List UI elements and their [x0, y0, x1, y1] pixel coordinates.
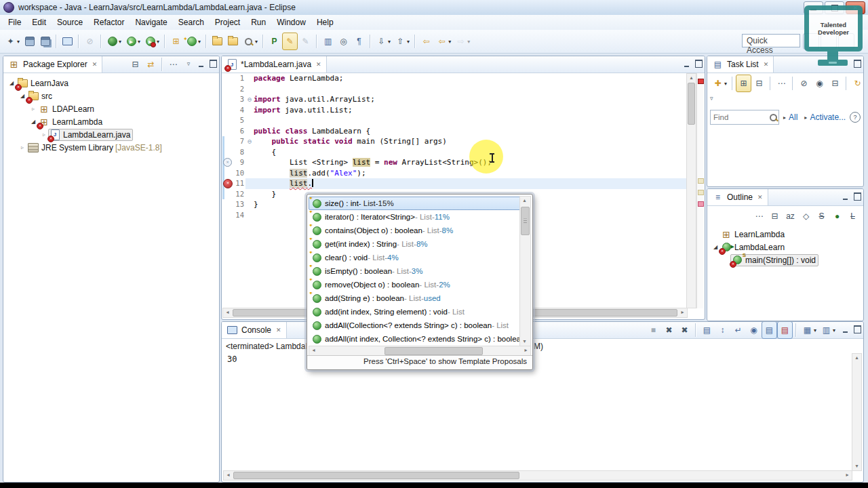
completion-item[interactable]: addAll(int index, Collection<? extends S…	[309, 332, 531, 346]
dropdown-icon[interactable]: ▾	[255, 39, 258, 45]
word-wrap-button[interactable]: ↵	[730, 321, 746, 339]
hide-completed-button[interactable]: ⊘	[796, 75, 812, 92]
dropdown-icon[interactable]: ▾	[467, 39, 470, 45]
package-explorer-item[interactable]: ◢⊞✕LearnLambda	[3, 115, 219, 128]
save-button[interactable]	[22, 33, 37, 50]
package-explorer-item[interactable]: ▹J✕LambdaLearn.java	[3, 128, 219, 141]
dropdown-icon[interactable]: ▾	[17, 39, 20, 45]
outline-tab[interactable]: ≡ Outline ✕	[707, 189, 768, 205]
scroll-up-icon[interactable]: ▴	[687, 74, 696, 82]
menu-edit[interactable]: Edit	[26, 16, 52, 28]
outline-item[interactable]: S✕main(String[]) : void	[707, 253, 863, 266]
package-explorer-item[interactable]: ▹JRE System Library[JavaSE-1.8]	[3, 141, 219, 154]
editor-tab[interactable]: J✕ *LambdaLearn.java ✕	[222, 56, 327, 73]
completion-item[interactable]: ✦add(String e) : boolean - List - used	[309, 291, 531, 305]
collapse-icon[interactable]: ◢	[18, 93, 26, 99]
clear-console-button[interactable]: ▤	[699, 321, 715, 339]
maximize-view-button[interactable]	[851, 322, 863, 337]
code-line[interactable]: ✕9 List <String> list = new ArrayList<St…	[222, 157, 688, 168]
new-wizard-button[interactable]: ✦▾	[3, 33, 22, 50]
problem-marker-icon[interactable]: ✕	[223, 158, 232, 167]
console-output[interactable]: 30	[227, 354, 237, 364]
open-console-view-button[interactable]	[60, 33, 75, 50]
hide-fields-button[interactable]: ◇	[798, 207, 814, 225]
focus-button[interactable]: ⋯	[751, 207, 767, 225]
remove-launch-button[interactable]: ✖	[661, 321, 677, 339]
menu-run[interactable]: Run	[245, 16, 271, 28]
collapse-all-button[interactable]: ⊟	[127, 56, 143, 73]
focus-button[interactable]: ⋯	[165, 56, 181, 73]
mark-occurrences-button[interactable]: ✎	[282, 33, 298, 50]
code-line[interactable]: 1package LearnLambda;	[222, 73, 688, 84]
scroll-down-icon[interactable]: ▾	[520, 338, 529, 346]
external-tools-button[interactable]: P	[267, 33, 282, 50]
save-all-button[interactable]	[37, 33, 53, 50]
scroll-left-icon[interactable]: ◂	[224, 471, 233, 479]
package-explorer-item[interactable]: ◢✕LearnJava	[3, 77, 219, 89]
code-line[interactable]: 2	[222, 84, 688, 95]
console-vscrollbar[interactable]: ▴ ▾	[852, 353, 862, 471]
scroll-lock-button[interactable]: ↕	[715, 321, 730, 339]
dropdown-icon[interactable]: ▾	[138, 39, 140, 45]
quick-access-input[interactable]: Quick Access	[742, 34, 800, 47]
pin-console-button[interactable]: ◉	[746, 321, 762, 339]
package-explorer-item[interactable]: ▹⊞LDAPLearn	[3, 102, 219, 115]
code-line[interactable]: 3⊖import java.util.ArrayList;	[222, 94, 688, 105]
scheduled-button[interactable]: ⊟	[751, 75, 767, 92]
previous-annotation-button[interactable]: ⇧▾	[393, 33, 412, 50]
editor-vscrollbar[interactable]: ▴	[686, 73, 696, 308]
next-annotation-button[interactable]: ⇩▾	[374, 33, 393, 50]
completion-item[interactable]: addAll(Collection<? extends String> c) :…	[309, 319, 531, 332]
dropdown-icon[interactable]: ▾	[833, 327, 835, 333]
synchronize-button[interactable]: ↻	[850, 75, 864, 92]
completion-item[interactable]: ✦iterator() : Iterator<String> - List - …	[309, 210, 531, 224]
menu-window[interactable]: Window	[271, 16, 311, 28]
forward-button[interactable]: ⇨▾	[453, 33, 472, 50]
code-line[interactable]: 5	[222, 115, 688, 126]
completion-item[interactable]: ✦clear() : void - List - 4%	[309, 251, 531, 264]
hide-local-types-button[interactable]: L	[845, 207, 861, 225]
search-button[interactable]: ▾	[241, 33, 260, 50]
show-whitespace-button[interactable]: ¶	[351, 33, 367, 50]
focus-button[interactable]: ⋯	[774, 75, 789, 92]
close-editor-icon[interactable]: ✕	[316, 61, 321, 68]
menu-project[interactable]: Project	[210, 16, 245, 28]
show-stdout-button[interactable]: ▤	[762, 321, 777, 339]
dropdown-icon[interactable]: ▾	[724, 81, 727, 87]
skip-breakpoints-button[interactable]: ⊘	[82, 33, 98, 50]
expand-icon[interactable]: ▹	[18, 144, 26, 150]
expand-icon[interactable]: ▹	[29, 106, 37, 112]
completion-item[interactable]: ✦get(int index) : String - List - 8%	[309, 237, 531, 251]
expand-activate-icon[interactable]: ▸	[804, 115, 807, 121]
scroll-right-icon[interactable]: ▸	[843, 471, 852, 479]
show-source-of-selected-button[interactable]: ◎	[336, 33, 351, 50]
menu-file[interactable]: File	[3, 16, 26, 28]
display-selected-button[interactable]: ▥▾	[818, 321, 837, 339]
menu-help[interactable]: Help	[311, 16, 339, 28]
debug-button[interactable]: ▾	[104, 33, 123, 50]
collapse-icon[interactable]: ◢	[29, 119, 37, 125]
maximize-editor-button[interactable]	[692, 56, 705, 71]
minimize-editor-button[interactable]	[680, 56, 692, 71]
new-java-project-button[interactable]: ⊞	[168, 33, 184, 50]
completion-item[interactable]: ✦size() : int - List - 15%	[309, 197, 531, 210]
view-menu-button[interactable]: ▿	[182, 56, 195, 71]
code-line[interactable]: 10 list.add("Alex");	[222, 168, 688, 179]
scroll-up-icon[interactable]: ▴	[852, 354, 861, 362]
error-marker-icon[interactable]: ✕	[223, 179, 233, 188]
scroll-left-icon[interactable]: ◂	[309, 346, 318, 354]
maximize-view-button[interactable]	[207, 56, 219, 71]
dropdown-icon[interactable]: ▾	[814, 327, 816, 333]
link-with-editor-button[interactable]: ⇄	[143, 56, 159, 73]
categorized-button[interactable]: ⊞	[736, 75, 751, 92]
last-edit-location-button[interactable]: ⇦	[418, 33, 434, 50]
hide-non-public-button[interactable]: ●	[829, 207, 845, 225]
collapse-all-button[interactable]: ⊟	[827, 75, 843, 92]
help-icon[interactable]: ?	[850, 112, 861, 123]
outline-item[interactable]: ⊞LearnLambda	[707, 228, 863, 241]
run-last-button[interactable]: ▶▾	[142, 33, 161, 50]
dropdown-icon[interactable]: ▾	[119, 39, 121, 45]
expand-all-icon[interactable]: ▸	[783, 115, 786, 121]
maximize-view-button[interactable]	[851, 189, 863, 204]
close-view-icon[interactable]: ✕	[764, 61, 769, 68]
